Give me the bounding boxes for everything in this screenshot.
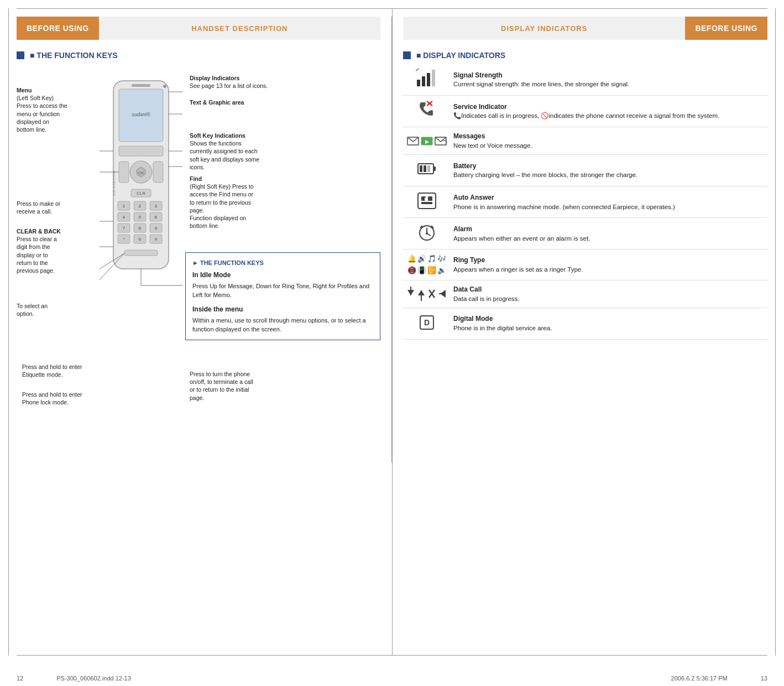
svg-marker-71 bbox=[425, 198, 428, 201]
footer-left: 12 PS-300_060602.indd 12-13 bbox=[17, 675, 131, 682]
svg-point-77 bbox=[426, 232, 428, 235]
ann-find-title: Find bbox=[190, 175, 202, 182]
right-section-square bbox=[403, 51, 411, 59]
auto-text: Phone is in answering machine mode. (whe… bbox=[453, 202, 764, 211]
ann-tg-title: Text & Graphic area bbox=[190, 99, 244, 106]
svg-text:CLR: CLR bbox=[137, 191, 145, 196]
ann-soft-key: Soft Key Indications Shows the functions… bbox=[190, 132, 259, 171]
battery-icon bbox=[416, 159, 438, 179]
service-text: 📞Indicates call is in progress, 🚫indicat… bbox=[453, 111, 764, 120]
indicator-row-digital: D Digital Mode Phone is in the digital s… bbox=[403, 308, 767, 339]
ann-phone-lock-text: Press and hold to enterPhone lock mode. bbox=[22, 391, 82, 406]
func-keys-box: ► THE FUNCTION KEYS In Idle Mode Press U… bbox=[185, 252, 380, 340]
right-tab-active[interactable]: BEFORE USING bbox=[685, 17, 767, 40]
indicator-row-service: Service Indicator 📞Indicates call is in … bbox=[403, 96, 767, 127]
right-column: DISPLAY INDICATORS BEFORE USING ■ DISPLA… bbox=[392, 17, 767, 462]
alarm-title: Alarm bbox=[453, 225, 764, 234]
indicators-table: Signal Strength Current signal strength:… bbox=[403, 64, 767, 340]
alarm-text-cell: Alarm Appears when either an event or an… bbox=[450, 218, 767, 250]
data-text-cell: Data Call Data call is in progress. bbox=[450, 280, 767, 308]
digital-text: Phone is in the digital service area. bbox=[453, 324, 764, 332]
messages-icon-cell: ▶ bbox=[403, 127, 450, 155]
left-tab-active[interactable]: BEFORE USING bbox=[17, 17, 99, 40]
phone-illustration: sudani® OK CLR bbox=[97, 64, 185, 451]
alarm-icon bbox=[416, 222, 438, 242]
ring-icon-8: 🔉 bbox=[437, 266, 446, 276]
svg-text:#: # bbox=[155, 237, 158, 242]
battery-text-cell: Battery Battery charging level – the mor… bbox=[450, 155, 767, 186]
svg-rect-3 bbox=[119, 146, 163, 156]
svg-rect-36 bbox=[132, 84, 150, 87]
svg-rect-7 bbox=[119, 162, 129, 183]
ann-find-text: (Right Soft Key) Press toaccess the Find… bbox=[190, 183, 254, 229]
svg-rect-35 bbox=[124, 250, 158, 256]
section-title-square bbox=[17, 51, 24, 59]
right-border-line bbox=[775, 8, 776, 656]
svg-rect-52 bbox=[422, 76, 425, 86]
page-number-right: 13 bbox=[761, 675, 767, 682]
diagram-wrapper: Menu (Left Soft Key)Press to access them… bbox=[17, 64, 380, 451]
digital-icon: D bbox=[416, 313, 438, 332]
fk-menu-text: Within a menu, use to scroll through men… bbox=[192, 316, 373, 334]
indicator-row-auto: Auto Answer Phone is in answering machin… bbox=[403, 186, 767, 218]
svg-text:1: 1 bbox=[123, 204, 126, 209]
ann-sk-title: Soft Key Indications bbox=[190, 132, 245, 139]
ring-icon-3: 🎵 bbox=[427, 254, 436, 264]
ann-press-call-text: Press to make orreceive a call. bbox=[17, 200, 60, 215]
data-left-icon bbox=[438, 285, 447, 302]
svg-rect-70 bbox=[421, 202, 432, 204]
ann-clear-back-text: Press to clear adigit from thedisplay or… bbox=[17, 236, 57, 274]
signal-text-cell: Signal Strength Current signal strength:… bbox=[450, 64, 767, 96]
svg-text:5: 5 bbox=[139, 215, 142, 220]
data-title: Data Call bbox=[453, 285, 764, 294]
ring-icon-1: 🔔 bbox=[407, 254, 416, 264]
svg-rect-67 bbox=[418, 193, 436, 209]
svg-rect-66 bbox=[427, 165, 430, 172]
right-tab-inactive[interactable]: DISPLAY INDICATORS bbox=[403, 17, 685, 40]
ann-press-call: Press to make orreceive a call. bbox=[17, 200, 60, 215]
ann-menu: Menu (Left Soft Key)Press to access them… bbox=[17, 86, 67, 133]
digital-text-cell: Digital Mode Phone is in the digital ser… bbox=[450, 308, 767, 339]
svg-text:*: * bbox=[123, 237, 124, 242]
footer-file: PS-300_060602.indd 12-13 bbox=[56, 675, 131, 682]
battery-icon-cell bbox=[403, 155, 450, 186]
fk-idle-text: Press Up for Message, Down for Ring Tone… bbox=[192, 282, 373, 300]
ann-select-text: To select anoption. bbox=[17, 303, 48, 317]
svg-text:2: 2 bbox=[139, 204, 142, 209]
left-annotations: Menu (Left Soft Key)Press to access them… bbox=[17, 64, 97, 451]
indicator-row-signal: Signal Strength Current signal strength:… bbox=[403, 64, 767, 96]
alarm-icon-cell bbox=[403, 218, 450, 250]
svg-text:4: 4 bbox=[123, 215, 126, 220]
left-border-line bbox=[8, 8, 9, 656]
indicator-row-ring: 🔔 🔊 🎵 🎶 📵 📳 📴 🔉 Ring Type bbox=[403, 250, 767, 280]
svg-rect-69 bbox=[428, 196, 432, 201]
data-text: Data call is in progress. bbox=[453, 294, 764, 303]
ann-di-text: See page 13 for a list of icons. bbox=[190, 82, 268, 89]
ring-icon-4: 🎶 bbox=[437, 254, 446, 264]
ann-display-ind: Display Indicators See page 13 for a lis… bbox=[190, 74, 268, 90]
left-column: BEFORE USING HANDSET DESCRIPTION ■ THE F… bbox=[17, 17, 392, 462]
messages-text-cell: Messages New text or Voice message. bbox=[450, 127, 767, 155]
ring-icon-cell: 🔔 🔊 🎵 🎶 📵 📳 📴 🔉 bbox=[403, 250, 450, 280]
messages-text: New text or Voice message. bbox=[453, 141, 764, 150]
right-annotations: Display Indicators See page 13 for a lis… bbox=[185, 64, 380, 451]
ann-sk-text: Shows the functionscurrently assigned to… bbox=[190, 140, 259, 170]
fk-header: ► THE FUNCTION KEYS bbox=[192, 258, 373, 268]
indicator-row-battery: Battery Battery charging level – the mor… bbox=[403, 155, 767, 186]
ann-menu-text: (Left Soft Key)Press to access themenu o… bbox=[17, 95, 67, 133]
ann-etiquette-text: Press and hold to enterEtiquette mode. bbox=[22, 363, 82, 378]
left-section-title: ■ THE FUNCTION KEYS bbox=[17, 45, 380, 64]
svg-rect-63 bbox=[433, 167, 436, 171]
ann-etiquette: Press and hold to enterEtiquette mode. bbox=[22, 363, 82, 378]
svg-text:sudani®: sudani® bbox=[132, 112, 150, 117]
data-x-icon bbox=[427, 285, 436, 302]
ring-icon-7: 📴 bbox=[427, 266, 436, 276]
svg-text:SLIM SLIDE PHONE: SLIM SLIDE PHONE bbox=[112, 170, 116, 196]
right-header-row: DISPLAY INDICATORS BEFORE USING bbox=[403, 17, 767, 40]
ann-select: To select anoption. bbox=[17, 302, 48, 318]
battery-text: Battery charging level – the more blocks… bbox=[453, 170, 764, 179]
ring-text: Appears when a ringer is set as a ringer… bbox=[453, 265, 764, 274]
page-outer: BEFORE USING HANDSET DESCRIPTION ■ THE F… bbox=[0, 0, 784, 686]
ann-di-title: Display Indicators bbox=[190, 75, 239, 81]
left-tab-inactive[interactable]: HANDSET DESCRIPTION bbox=[99, 17, 380, 40]
